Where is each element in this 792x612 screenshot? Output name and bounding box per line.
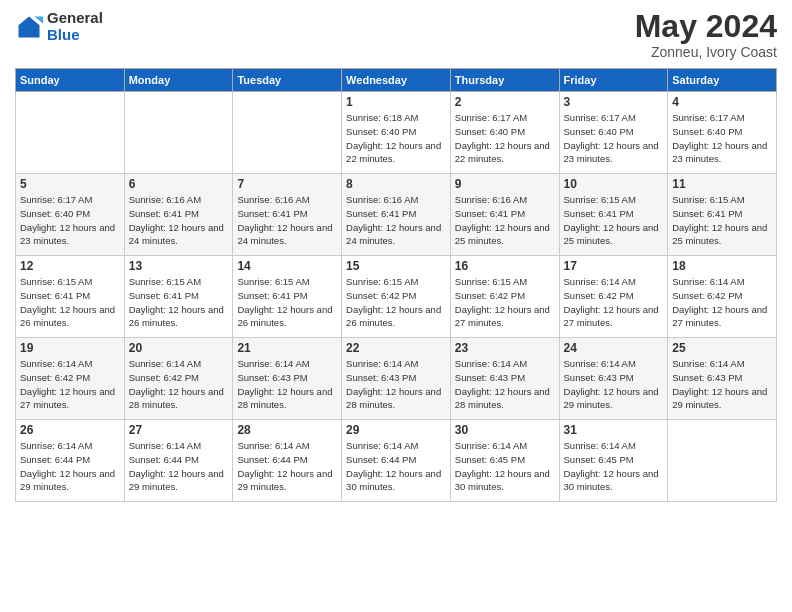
day-info-19: Sunrise: 6:14 AM Sunset: 6:42 PM Dayligh…	[20, 357, 120, 412]
day-info-29: Sunrise: 6:14 AM Sunset: 6:44 PM Dayligh…	[346, 439, 446, 494]
logo-icon	[15, 13, 43, 41]
page: General Blue May 2024 Zonneu, Ivory Coas…	[0, 0, 792, 612]
col-thursday: Thursday	[450, 69, 559, 92]
day-info-20: Sunrise: 6:14 AM Sunset: 6:42 PM Dayligh…	[129, 357, 229, 412]
day-info-2: Sunrise: 6:17 AM Sunset: 6:40 PM Dayligh…	[455, 111, 555, 166]
week-row-0: 1Sunrise: 6:18 AM Sunset: 6:40 PM Daylig…	[16, 92, 777, 174]
day-cell-w4-d1: 27Sunrise: 6:14 AM Sunset: 6:44 PM Dayli…	[124, 420, 233, 502]
day-cell-w3-d4: 23Sunrise: 6:14 AM Sunset: 6:43 PM Dayli…	[450, 338, 559, 420]
day-number-24: 24	[564, 341, 664, 355]
week-row-4: 26Sunrise: 6:14 AM Sunset: 6:44 PM Dayli…	[16, 420, 777, 502]
week-row-1: 5Sunrise: 6:17 AM Sunset: 6:40 PM Daylig…	[16, 174, 777, 256]
day-info-8: Sunrise: 6:16 AM Sunset: 6:41 PM Dayligh…	[346, 193, 446, 248]
day-cell-w0-d1	[124, 92, 233, 174]
day-cell-w2-d6: 18Sunrise: 6:14 AM Sunset: 6:42 PM Dayli…	[668, 256, 777, 338]
day-number-29: 29	[346, 423, 446, 437]
week-row-3: 19Sunrise: 6:14 AM Sunset: 6:42 PM Dayli…	[16, 338, 777, 420]
day-info-15: Sunrise: 6:15 AM Sunset: 6:42 PM Dayligh…	[346, 275, 446, 330]
day-info-10: Sunrise: 6:15 AM Sunset: 6:41 PM Dayligh…	[564, 193, 664, 248]
day-cell-w2-d4: 16Sunrise: 6:15 AM Sunset: 6:42 PM Dayli…	[450, 256, 559, 338]
day-info-7: Sunrise: 6:16 AM Sunset: 6:41 PM Dayligh…	[237, 193, 337, 248]
day-number-2: 2	[455, 95, 555, 109]
day-info-5: Sunrise: 6:17 AM Sunset: 6:40 PM Dayligh…	[20, 193, 120, 248]
day-info-31: Sunrise: 6:14 AM Sunset: 6:45 PM Dayligh…	[564, 439, 664, 494]
logo-blue-text: Blue	[47, 27, 103, 44]
day-cell-w3-d6: 25Sunrise: 6:14 AM Sunset: 6:43 PM Dayli…	[668, 338, 777, 420]
day-cell-w1-d3: 8Sunrise: 6:16 AM Sunset: 6:41 PM Daylig…	[342, 174, 451, 256]
day-number-18: 18	[672, 259, 772, 273]
logo-text: General Blue	[47, 10, 103, 43]
svg-marker-0	[19, 16, 40, 37]
day-cell-w1-d0: 5Sunrise: 6:17 AM Sunset: 6:40 PM Daylig…	[16, 174, 125, 256]
day-cell-w0-d0	[16, 92, 125, 174]
day-number-26: 26	[20, 423, 120, 437]
day-cell-w1-d2: 7Sunrise: 6:16 AM Sunset: 6:41 PM Daylig…	[233, 174, 342, 256]
col-tuesday: Tuesday	[233, 69, 342, 92]
day-cell-w3-d1: 20Sunrise: 6:14 AM Sunset: 6:42 PM Dayli…	[124, 338, 233, 420]
day-number-9: 9	[455, 177, 555, 191]
day-cell-w4-d0: 26Sunrise: 6:14 AM Sunset: 6:44 PM Dayli…	[16, 420, 125, 502]
day-number-7: 7	[237, 177, 337, 191]
day-cell-w2-d3: 15Sunrise: 6:15 AM Sunset: 6:42 PM Dayli…	[342, 256, 451, 338]
day-info-28: Sunrise: 6:14 AM Sunset: 6:44 PM Dayligh…	[237, 439, 337, 494]
calendar-subtitle: Zonneu, Ivory Coast	[635, 44, 777, 60]
day-cell-w0-d3: 1Sunrise: 6:18 AM Sunset: 6:40 PM Daylig…	[342, 92, 451, 174]
day-number-4: 4	[672, 95, 772, 109]
day-number-23: 23	[455, 341, 555, 355]
day-cell-w1-d5: 10Sunrise: 6:15 AM Sunset: 6:41 PM Dayli…	[559, 174, 668, 256]
day-cell-w3-d5: 24Sunrise: 6:14 AM Sunset: 6:43 PM Dayli…	[559, 338, 668, 420]
day-number-31: 31	[564, 423, 664, 437]
day-number-3: 3	[564, 95, 664, 109]
col-sunday: Sunday	[16, 69, 125, 92]
day-info-14: Sunrise: 6:15 AM Sunset: 6:41 PM Dayligh…	[237, 275, 337, 330]
day-number-27: 27	[129, 423, 229, 437]
col-wednesday: Wednesday	[342, 69, 451, 92]
day-info-9: Sunrise: 6:16 AM Sunset: 6:41 PM Dayligh…	[455, 193, 555, 248]
day-number-5: 5	[20, 177, 120, 191]
day-cell-w4-d6	[668, 420, 777, 502]
calendar-header-row: Sunday Monday Tuesday Wednesday Thursday…	[16, 69, 777, 92]
col-monday: Monday	[124, 69, 233, 92]
day-number-8: 8	[346, 177, 446, 191]
day-info-25: Sunrise: 6:14 AM Sunset: 6:43 PM Dayligh…	[672, 357, 772, 412]
day-info-4: Sunrise: 6:17 AM Sunset: 6:40 PM Dayligh…	[672, 111, 772, 166]
day-cell-w0-d4: 2Sunrise: 6:17 AM Sunset: 6:40 PM Daylig…	[450, 92, 559, 174]
day-info-3: Sunrise: 6:17 AM Sunset: 6:40 PM Dayligh…	[564, 111, 664, 166]
logo: General Blue	[15, 10, 103, 43]
day-cell-w0-d2	[233, 92, 342, 174]
day-info-21: Sunrise: 6:14 AM Sunset: 6:43 PM Dayligh…	[237, 357, 337, 412]
day-info-24: Sunrise: 6:14 AM Sunset: 6:43 PM Dayligh…	[564, 357, 664, 412]
day-cell-w0-d5: 3Sunrise: 6:17 AM Sunset: 6:40 PM Daylig…	[559, 92, 668, 174]
calendar-title: May 2024	[635, 10, 777, 42]
day-number-20: 20	[129, 341, 229, 355]
day-info-23: Sunrise: 6:14 AM Sunset: 6:43 PM Dayligh…	[455, 357, 555, 412]
day-number-11: 11	[672, 177, 772, 191]
day-cell-w4-d5: 31Sunrise: 6:14 AM Sunset: 6:45 PM Dayli…	[559, 420, 668, 502]
day-number-13: 13	[129, 259, 229, 273]
day-cell-w1-d6: 11Sunrise: 6:15 AM Sunset: 6:41 PM Dayli…	[668, 174, 777, 256]
col-friday: Friday	[559, 69, 668, 92]
day-cell-w4-d4: 30Sunrise: 6:14 AM Sunset: 6:45 PM Dayli…	[450, 420, 559, 502]
day-number-16: 16	[455, 259, 555, 273]
day-cell-w3-d2: 21Sunrise: 6:14 AM Sunset: 6:43 PM Dayli…	[233, 338, 342, 420]
day-info-1: Sunrise: 6:18 AM Sunset: 6:40 PM Dayligh…	[346, 111, 446, 166]
day-number-19: 19	[20, 341, 120, 355]
day-number-25: 25	[672, 341, 772, 355]
day-number-22: 22	[346, 341, 446, 355]
col-saturday: Saturday	[668, 69, 777, 92]
day-info-26: Sunrise: 6:14 AM Sunset: 6:44 PM Dayligh…	[20, 439, 120, 494]
day-number-12: 12	[20, 259, 120, 273]
calendar-table: Sunday Monday Tuesday Wednesday Thursday…	[15, 68, 777, 502]
day-info-18: Sunrise: 6:14 AM Sunset: 6:42 PM Dayligh…	[672, 275, 772, 330]
day-number-17: 17	[564, 259, 664, 273]
day-cell-w4-d3: 29Sunrise: 6:14 AM Sunset: 6:44 PM Dayli…	[342, 420, 451, 502]
day-number-28: 28	[237, 423, 337, 437]
day-number-30: 30	[455, 423, 555, 437]
day-number-15: 15	[346, 259, 446, 273]
day-cell-w2-d1: 13Sunrise: 6:15 AM Sunset: 6:41 PM Dayli…	[124, 256, 233, 338]
week-row-2: 12Sunrise: 6:15 AM Sunset: 6:41 PM Dayli…	[16, 256, 777, 338]
day-number-10: 10	[564, 177, 664, 191]
day-cell-w1-d1: 6Sunrise: 6:16 AM Sunset: 6:41 PM Daylig…	[124, 174, 233, 256]
day-cell-w1-d4: 9Sunrise: 6:16 AM Sunset: 6:41 PM Daylig…	[450, 174, 559, 256]
day-number-6: 6	[129, 177, 229, 191]
